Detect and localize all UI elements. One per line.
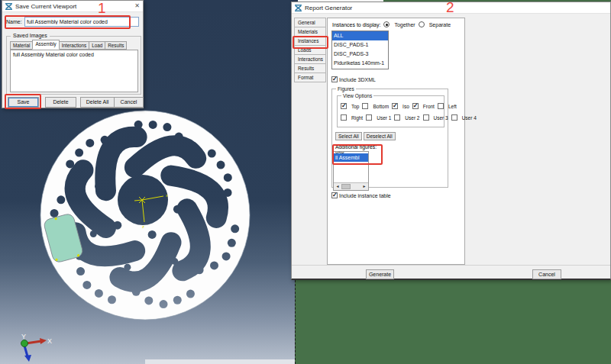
checkbox-user1-label: User 1 [377, 115, 391, 121]
delete-button[interactable]: Delete [45, 97, 76, 108]
list-item-disc-pads-3[interactable]: DISC_PADS-3 [332, 50, 388, 59]
radio-together-label[interactable]: Together [394, 22, 415, 27]
save-dialog-title: Save Current Viewport [15, 3, 76, 10]
close-icon[interactable]: ✕ [134, 3, 140, 9]
abaqus-icon [5, 3, 12, 10]
report-generator-dialog: Report Generator General Materials Insta… [291, 2, 611, 280]
instance-list[interactable]: ALL DISC_PADS-1 DISC_PADS-3 Piduriketas … [331, 31, 389, 69]
abaqus-icon [295, 5, 302, 11]
radio-separate[interactable] [419, 21, 425, 27]
name-input[interactable] [24, 17, 139, 27]
csys-z-label: z [142, 224, 144, 229]
checkbox-user4-label: User 4 [462, 115, 477, 121]
cancel-button[interactable]: Cancel [532, 269, 561, 279]
checkbox-iso[interactable] [392, 103, 398, 109]
saved-images-group: Saved Images Material Assembly Interacti… [6, 36, 141, 95]
checkbox-left[interactable] [438, 103, 444, 109]
background-window-green [295, 280, 611, 364]
figures-label: Figures [336, 86, 356, 92]
checkbox-user2-label: User 2 [405, 115, 419, 121]
view-options-group: View Options Top Bottom Iso Front Left [337, 95, 445, 127]
annotation-number-2: 2 [446, 0, 454, 16]
radio-together[interactable] [383, 21, 390, 27]
checkbox-front[interactable] [412, 103, 419, 109]
deselect-all-button[interactable]: Deselect All [364, 132, 396, 140]
radio-separate-label[interactable]: Separate [429, 22, 451, 27]
saved-images-tabs: Material Assembly Interactions Load Resu… [10, 40, 126, 50]
include-3dxml-checkbox[interactable] [331, 76, 338, 82]
checkbox-iso-label: Iso [402, 104, 409, 109]
save-current-viewport-dialog: Save Current Viewport ✕ Name: Saved Imag… [2, 0, 144, 108]
list-item[interactable]: full Assembly Material color coded [13, 52, 137, 57]
checkbox-user3[interactable] [423, 114, 429, 121]
include-instance-table-checkbox[interactable] [331, 192, 338, 198]
checkbox-bottom[interactable] [362, 103, 368, 109]
checkbox-left-label: Left [448, 104, 457, 109]
checkbox-right-label: Right [351, 115, 363, 121]
tab-material[interactable]: Material [10, 41, 33, 50]
triad-y-label: Y [21, 333, 26, 340]
list-item-disc-pads-1[interactable]: DISC_PADS-1 [332, 40, 388, 50]
instances-display-label: Instances to display: [332, 22, 380, 27]
scroll-right-icon[interactable]: ▸ [360, 183, 368, 190]
figures-group: Figures View Options Top Bottom Iso Fron… [331, 89, 448, 188]
checkbox-top-label: Top [351, 104, 359, 109]
report-dialog-title: Report Generator [305, 5, 352, 11]
checkbox-user1[interactable] [366, 114, 372, 121]
instances-panel: Instances to display: Together Separate … [327, 18, 465, 265]
checkbox-user3-label: User 3 [434, 115, 448, 121]
csys-x-label: x [166, 193, 168, 198]
report-sidebar: General Materials Instances Loads Intera… [294, 18, 326, 82]
list-item-all[interactable]: ALL [332, 31, 388, 40]
checkbox-top[interactable] [341, 103, 347, 109]
checkbox-right[interactable] [341, 114, 347, 121]
saved-images-list[interactable]: full Assembly Material color coded [10, 50, 138, 92]
tab-interactions[interactable]: Interactions [59, 41, 90, 50]
cancel-button[interactable]: Cancel [114, 97, 144, 108]
checkbox-bottom-label: Bottom [373, 104, 389, 109]
name-label: Name: [6, 19, 22, 24]
sidebar-item-format[interactable]: Format [294, 72, 326, 82]
tab-load[interactable]: Load [89, 41, 105, 50]
tab-results[interactable]: Results [105, 41, 127, 50]
checkbox-front-label: Front [423, 104, 435, 109]
additional-figures-list[interactable]: 958 ll Assembl ◂ ▸ [333, 151, 369, 191]
list-item-piduriketas[interactable]: Piduriketas 140mm-1 [332, 59, 388, 68]
generate-button[interactable]: Generate [366, 269, 394, 279]
select-all-button[interactable]: Select All [335, 132, 362, 140]
screen: x z X Y Save Current Viewport ✕ Name: [0, 0, 611, 364]
include-3dxml-label: Include 3DXML [339, 77, 376, 82]
save-button[interactable]: Save [8, 97, 39, 108]
horizontal-scrollbar[interactable]: ◂ ▸ [334, 182, 368, 190]
tab-assembly[interactable]: Assembly [32, 40, 59, 50]
include-instance-table-label: Include instance table [339, 193, 391, 198]
scroll-left-icon[interactable]: ◂ [334, 183, 341, 190]
viewport-edge-strip [145, 359, 298, 364]
list-item-full-assembly[interactable]: ll Assembl [334, 153, 368, 162]
delete-all-button[interactable]: Delete All [80, 97, 115, 108]
scroll-thumb[interactable] [341, 184, 351, 189]
view-options-label: View Options [341, 93, 373, 98]
save-dialog-titlebar[interactable]: Save Current Viewport ✕ [2, 1, 143, 12]
dialog-separator [292, 265, 610, 266]
annotation-number-1: 1 [98, 0, 106, 17]
checkbox-user4[interactable] [451, 114, 457, 121]
checkbox-user2[interactable] [394, 114, 400, 121]
saved-images-label: Saved Images [11, 33, 50, 38]
additional-figures-label: Additional figures: [335, 144, 377, 150]
triad-x-label: X [47, 337, 52, 345]
